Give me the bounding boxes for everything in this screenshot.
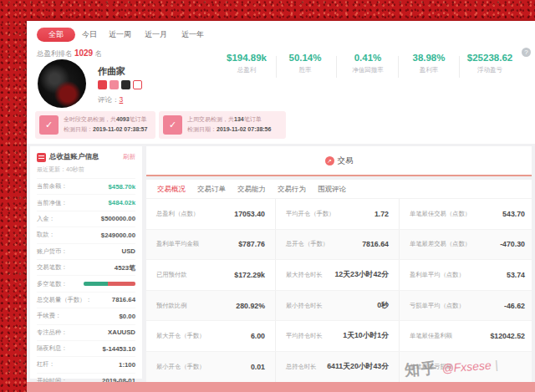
stats-row: 盈利单平均金额$787.76 总开仓（手数）7816.64 单笔最差交易（点数）… xyxy=(146,229,532,260)
long-segment xyxy=(84,282,108,286)
subtab-comments[interactable]: 围观评论 xyxy=(318,185,346,198)
divider xyxy=(459,56,460,78)
banner-line1: 全时段交易检测，共4093笔订单 xyxy=(64,115,147,125)
row-trade-count: 交易笔数： 4523笔 xyxy=(37,259,135,275)
period-tab-bar: 全部 今日 近一周 近一月 近一年 xyxy=(27,28,535,43)
stats-row: 已用预付款$172.29k 最大持仓时长12天23小时42分 盈利单平均（点数）… xyxy=(146,259,532,290)
document-icon xyxy=(37,153,46,162)
badge-pink-icon xyxy=(110,80,119,89)
row-symbol: 专注品种： XAUUSD xyxy=(37,324,135,340)
row-deposit: 入金： $500000.00 xyxy=(37,211,135,227)
comments-label: 评论： xyxy=(98,95,120,104)
stats-row: 总盈利（点数）17053.40 平均开仓（手数）1.72 单笔最佳交易（点数）5… xyxy=(146,198,532,229)
trading-stats-panel: 交易概况 交易订单 交易能力 交易行为 围观评论 总盈利（点数）17053.40… xyxy=(146,180,532,380)
rank-value: 1029 xyxy=(74,48,93,58)
comments: 评论：3 xyxy=(98,95,123,105)
subtab-orders[interactable]: 交易订单 xyxy=(197,185,226,198)
divider xyxy=(398,56,399,78)
long-short-bar xyxy=(84,282,135,286)
row-swap: 隔夜利息： $-14453.10 xyxy=(37,340,135,356)
row-currency: 账户货币： USD xyxy=(37,243,135,259)
subtab-ability[interactable]: 交易能力 xyxy=(237,185,266,198)
short-segment xyxy=(108,282,135,286)
comments-link[interactable]: 3 xyxy=(120,95,124,104)
avatar[interactable] xyxy=(38,59,86,108)
stats-grid: 总盈利（点数）17053.40 平均开仓（手数）1.72 单笔最佳交易（点数）5… xyxy=(146,198,532,382)
profit-rank: 总盈利排名 1029 名 xyxy=(37,48,102,59)
row-total-volume: 总交易量（手数）： 7816.64 xyxy=(37,292,135,308)
stats-row: 预付款比例280.92% 最小持仓时长0秒 亏损单平均（点数）-46.62 xyxy=(146,290,532,321)
account-info-sidebar: 总收益账户信息 刷新 最近更新：40秒前 当前余额： $458.70k 当前净值… xyxy=(30,146,142,379)
banner-line1: 上周交易检测，共134笔订单 xyxy=(187,115,271,125)
tab-trading[interactable]: ↗ 交易 xyxy=(146,146,532,175)
row-long-short: 多空笔数： xyxy=(37,275,135,291)
badge-outline-icon xyxy=(133,80,142,89)
refresh-link[interactable]: 刷新 xyxy=(123,153,135,161)
tab-today[interactable]: 今日 xyxy=(82,28,97,42)
banner-line2: 检测日期：2019-11-02 07:38:57 xyxy=(64,125,147,135)
sub-tab-bar: 交易概况 交易订单 交易能力 交易行为 围观评论 xyxy=(146,180,532,198)
trade-icon: ↗ xyxy=(325,156,334,165)
stats-row: 最小开仓（手数）0.01 总持仓时长6411天20小时43分 单笔最差亏损额 xyxy=(146,351,532,382)
tab-last-month[interactable]: 近一月 xyxy=(145,28,167,42)
badge-red-icon xyxy=(98,80,107,89)
dashboard-panel: 全部 今日 近一周 近一月 近一年 总盈利排名 1029 名 作曲家 评论：3 … xyxy=(27,21,535,382)
rank-label: 总盈利排名 xyxy=(37,49,73,58)
tab-all[interactable]: 全部 xyxy=(37,28,75,42)
subtab-behavior[interactable]: 交易行为 xyxy=(278,185,306,198)
stat-floating-pl: $25238.62 浮动盈亏 xyxy=(450,53,530,74)
last-updated: 最近更新：40秒前 xyxy=(37,165,135,174)
banner-line2: 检测日期：2019-11-02 07:38:56 xyxy=(187,125,271,135)
rank-unit: 名 xyxy=(95,49,103,58)
tab-last-year[interactable]: 近一年 xyxy=(181,28,204,42)
stats-row: 最大开仓（手数）6.00 平均持仓时长1天10小时1分 单笔最佳盈利额$1204… xyxy=(146,320,532,351)
check-icon: ✓ xyxy=(163,115,182,135)
trader-name: 作曲家 xyxy=(98,65,125,78)
bottom-border-strip xyxy=(27,382,535,392)
stat-label: 浮动盈亏 xyxy=(450,66,530,74)
row-balance: 当前余额： $458.70k xyxy=(37,178,135,194)
check-icon: ✓ xyxy=(39,115,59,135)
row-equity: 当前净值： $484.02k xyxy=(37,194,135,210)
help-icon[interactable]: ? xyxy=(522,48,531,57)
divider xyxy=(276,56,277,78)
row-commission: 手续费： $0.00 xyxy=(37,308,135,323)
row-withdrawal: 取款： $249000.00 xyxy=(37,227,135,242)
row-leverage: 杠杆： 1:100 xyxy=(37,356,135,372)
main-tab-bar: ↗ 交易 xyxy=(146,146,532,176)
badge-dark-icon xyxy=(121,80,130,89)
tab-last-week[interactable]: 近一周 xyxy=(109,28,131,42)
stat-value: $25238.62 xyxy=(450,53,530,63)
banner-last-week-check: ✓ 上周交易检测，共134笔订单 检测日期：2019-11-02 07:38:5… xyxy=(159,111,286,139)
subtab-overview[interactable]: 交易概况 xyxy=(157,185,186,198)
badge-row xyxy=(98,80,142,89)
sidebar-title: 总收益账户信息 xyxy=(49,152,123,162)
banner-all-time-check: ✓ 全时段交易检测，共4093笔订单 检测日期：2019-11-02 07:38… xyxy=(35,111,155,139)
tab-trading-label: 交易 xyxy=(338,155,354,166)
divider xyxy=(336,56,337,78)
